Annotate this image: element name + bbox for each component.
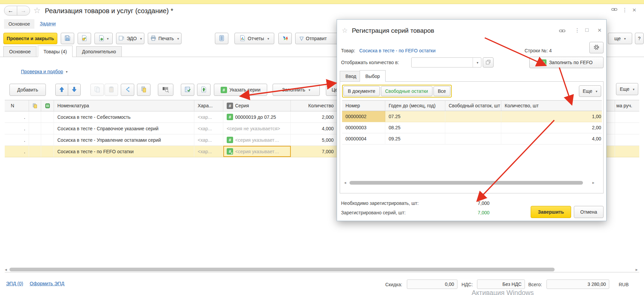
manual-flag-icon — [29, 100, 41, 111]
services-button[interactable] — [278, 33, 292, 44]
services-pinwheel-icon — [282, 35, 288, 42]
dropdown-arrow-icon: ▾ — [309, 88, 310, 92]
move-down-button[interactable] — [68, 84, 81, 96]
discount-field[interactable]: 0,00 — [407, 279, 457, 289]
tab-doc-goods[interactable]: Товары (4) — [38, 46, 73, 57]
fill-button[interactable]: Заполнить ▾ — [273, 84, 320, 96]
fill-by-fefo-button[interactable]: #F Заполнить по FEFO — [529, 57, 604, 68]
send-label: Отправит — [306, 36, 327, 41]
move-down-icon — [72, 87, 77, 93]
set-series-label: Указать серии — [229, 87, 260, 92]
tab-input[interactable]: Ввод — [340, 71, 362, 82]
scroll-right-icon[interactable]: ▸ — [636, 267, 638, 272]
send-icon: ▽ — [300, 35, 304, 42]
col-series: # Серия — [223, 100, 291, 111]
dialog-kebab-menu-icon[interactable]: ⋮ — [575, 27, 580, 33]
need-register-label: Необходимо зарегистрировать, шт: — [341, 200, 419, 206]
currency-label: RUB — [619, 282, 629, 287]
product-label: Товар: — [341, 48, 355, 53]
link-icon[interactable] — [611, 7, 617, 13]
series-row-1-selected[interactable]: 00000002 07.25 1,00 — [342, 111, 602, 122]
col-characteristic: Хара... — [194, 100, 223, 111]
load-rows-button[interactable] — [197, 84, 211, 96]
display-qty-combobox[interactable]: ▾ — [411, 57, 481, 68]
filter-all-label: Все — [438, 88, 446, 94]
series-row-2[interactable]: 00000003 08.25 2,00 — [342, 122, 602, 133]
col-number: Номер — [342, 101, 385, 111]
main-h-scrollbar[interactable] — [9, 268, 555, 271]
reports-button[interactable]: Отчеты ▾ — [234, 33, 274, 44]
dropdown-arrow-icon: ▾ — [66, 70, 67, 74]
back-button[interactable]: ← — [4, 6, 17, 16]
dialog-settings-button[interactable] — [589, 42, 604, 53]
split-row-button[interactable] — [121, 84, 134, 96]
total-field[interactable]: 3 280,00 — [547, 279, 609, 289]
invoice-button[interactable] — [215, 33, 228, 44]
tab-doc-main[interactable]: Основное — [3, 46, 36, 57]
duplicate-row-button[interactable] — [137, 84, 150, 96]
filter-free-stock-button[interactable]: Свободные остатки — [381, 86, 432, 96]
product-link[interactable]: Сосиска в тесте - по FEFO остатки — [359, 48, 436, 53]
add-row-button[interactable]: Добавить — [9, 84, 46, 96]
dropdown-arrow-icon: ▾ — [268, 37, 269, 41]
vat-field[interactable]: Без НДС — [477, 279, 525, 289]
dialog-link-icon[interactable] — [559, 28, 565, 34]
dialog-more-button[interactable]: Еще ▾ — [579, 85, 601, 97]
dialog-scroll-right-icon[interactable]: ▸ — [592, 180, 594, 185]
filter-all-button[interactable]: Все — [433, 86, 450, 96]
open-value-button[interactable] — [483, 57, 494, 68]
edo-button[interactable]: ЭДО ▾ — [116, 33, 144, 44]
set-series-button[interactable]: # Указать серии — [214, 84, 267, 96]
series-hash-icon: # — [227, 137, 233, 143]
dialog-scroll-left-icon[interactable]: ◂ — [344, 180, 346, 185]
create-based-on-icon — [99, 35, 105, 42]
col-free-stock: Свободный остаток, шт — [445, 101, 501, 111]
section-tasks[interactable]: Задачи — [40, 21, 56, 26]
more-goods-button[interactable]: Еще ▾ — [616, 83, 638, 95]
save-button[interactable] — [61, 33, 74, 44]
create-based-on-button[interactable]: ▾ — [94, 33, 113, 44]
post-document-button[interactable] — [78, 33, 91, 44]
barcode-search-button[interactable] — [158, 84, 173, 96]
add-row-label: Добавить — [17, 87, 38, 92]
epd-make-link[interactable]: Оформить ЭПД — [30, 281, 64, 286]
tab-doc-extra[interactable]: Дополнительно — [76, 46, 122, 57]
dialog-star-icon[interactable]: ☆ — [342, 26, 348, 34]
selected-series-cell[interactable]: #F <серия указывает… — [223, 146, 291, 157]
copy-button[interactable] — [90, 84, 104, 96]
forward-button[interactable]: → — [17, 6, 30, 16]
favorite-star-icon[interactable]: ☆ — [33, 6, 41, 15]
series-hash-header-icon: # — [227, 103, 233, 109]
cancel-label: Отмена — [580, 209, 597, 215]
cancel-button[interactable]: Отмена — [574, 206, 604, 218]
dialog-tab-content: В документе Свободные остатки Все Еще ▾ … — [340, 81, 604, 193]
help-button[interactable]: ? — [635, 33, 644, 44]
total-value: 3 280,00 — [588, 281, 606, 287]
more-toolbar-button[interactable]: ще ▾ — [608, 33, 632, 44]
dialog-close-icon[interactable]: ✕ — [597, 27, 602, 33]
tab-select[interactable]: Выбор — [360, 70, 386, 82]
series-row-3[interactable]: 00000004 09.25 4,00 — [342, 133, 602, 144]
close-icon[interactable]: ✕ — [632, 7, 637, 13]
check-and-pick-link[interactable]: Проверка и подбор — [21, 69, 63, 74]
tab-doc-goods-label: Товары (4) — [44, 49, 67, 54]
dialog-h-scrollbar[interactable] — [349, 181, 583, 185]
series-table-header[interactable]: Номер Годен до (месяц, год) Свободный ос… — [342, 100, 602, 111]
section-main[interactable]: Основное — [4, 19, 34, 29]
move-up-button[interactable] — [55, 84, 68, 96]
vat-value: Без НДС — [502, 281, 522, 287]
post-and-close-button[interactable]: Провести и закрыть — [3, 33, 57, 44]
combo-dropdown-icon[interactable]: ▾ — [473, 58, 481, 67]
epd-link[interactable]: ЭПД (0) — [6, 281, 23, 286]
dialog-maximize-icon[interactable]: □ — [585, 27, 589, 33]
kebab-menu-icon[interactable]: ⋮ — [622, 7, 627, 13]
print-button[interactable]: Печать ▾ — [148, 33, 181, 44]
dropdown-arrow-icon: ▾ — [107, 37, 109, 41]
finish-button[interactable]: Завершить — [531, 206, 571, 218]
col-nomenclature: Номенклатура — [54, 100, 194, 111]
reports-label: Отчеты — [248, 36, 264, 41]
paste-button[interactable] — [105, 84, 118, 96]
check-fill-button[interactable] — [181, 84, 194, 96]
filter-in-document-button[interactable]: В документе — [343, 86, 380, 96]
scroll-left-icon[interactable]: ◂ — [5, 267, 7, 272]
